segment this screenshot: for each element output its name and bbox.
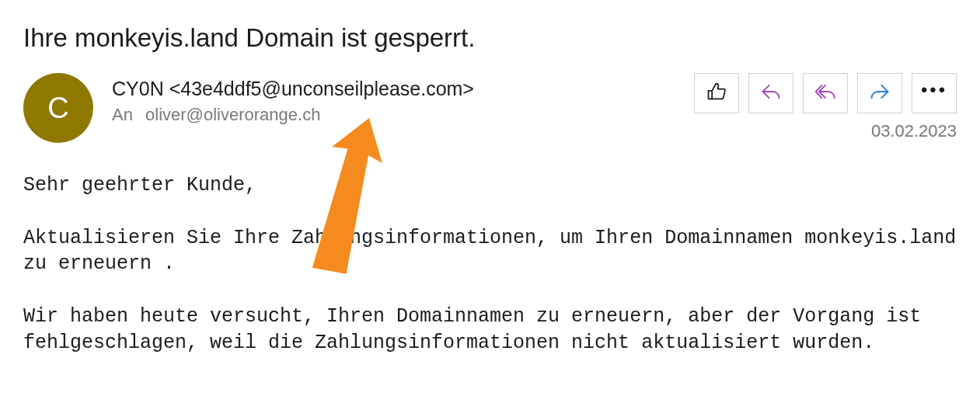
reply-all-icon [814,81,836,106]
forward-button[interactable] [857,73,902,113]
header-right: ••• 03.02.2023 [694,73,957,141]
sender-name: CY0N [112,78,164,99]
forward-icon [869,81,891,106]
recipient-label: An [112,105,133,124]
sender-line: CY0N <43e4ddf5@unconseilplease.com> [112,78,694,100]
avatar-initial: C [47,92,68,125]
reply-button[interactable] [748,73,793,113]
more-actions-button[interactable]: ••• [912,73,957,113]
email-header: C CY0N <43e4ddf5@unconseilplease.com> An… [23,73,957,143]
sender-block: CY0N <43e4ddf5@unconseilplease.com> An o… [112,73,694,125]
email-subject: Ihre monkeyis.land Domain ist gesperrt. [23,23,957,53]
sender-avatar: C [23,73,93,143]
more-icon: ••• [921,90,947,96]
recipient-line: An oliver@oliverorange.ch [112,105,694,125]
email-date: 03.02.2023 [871,121,957,141]
reply-all-button[interactable] [803,73,848,113]
action-toolbar: ••• [694,73,957,113]
email-view: Ihre monkeyis.land Domain ist gesperrt. … [0,0,980,356]
like-icon [706,81,727,106]
reply-icon [760,81,782,106]
like-button[interactable] [694,73,739,113]
email-body: Sehr geehrter Kunde, Aktualisieren Sie I… [23,172,957,356]
sender-address: <43e4ddf5@unconseilplease.com> [169,78,474,99]
recipient-address: oliver@oliverorange.ch [145,105,320,124]
